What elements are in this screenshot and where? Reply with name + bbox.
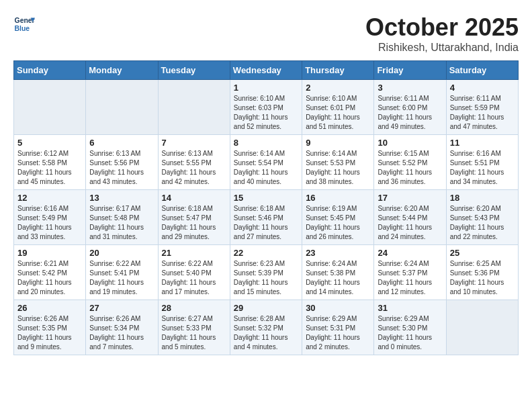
logo: General Blue bbox=[13, 13, 35, 35]
day-number: 9 bbox=[306, 138, 370, 148]
day-info: Sunrise: 6:13 AM Sunset: 5:55 PM Dayligh… bbox=[162, 149, 226, 187]
calendar-cell: 21Sunrise: 6:22 AM Sunset: 5:40 PM Dayli… bbox=[158, 245, 230, 300]
day-number: 25 bbox=[450, 248, 515, 258]
weekday-header-thursday: Thursday bbox=[302, 61, 374, 80]
day-info: Sunrise: 6:29 AM Sunset: 5:31 PM Dayligh… bbox=[306, 314, 370, 352]
day-info: Sunrise: 6:21 AM Sunset: 5:42 PM Dayligh… bbox=[17, 259, 82, 297]
day-info: Sunrise: 6:26 AM Sunset: 5:34 PM Dayligh… bbox=[89, 314, 154, 352]
calendar-cell: 3Sunrise: 6:11 AM Sunset: 6:00 PM Daylig… bbox=[374, 80, 446, 135]
calendar-week-2: 5Sunrise: 6:12 AM Sunset: 5:58 PM Daylig… bbox=[14, 135, 519, 190]
calendar-cell: 9Sunrise: 6:14 AM Sunset: 5:53 PM Daylig… bbox=[302, 135, 374, 190]
day-number: 28 bbox=[162, 303, 226, 313]
calendar-cell: 4Sunrise: 6:11 AM Sunset: 5:59 PM Daylig… bbox=[446, 80, 518, 135]
day-info: Sunrise: 6:14 AM Sunset: 5:53 PM Dayligh… bbox=[306, 149, 370, 187]
calendar-cell: 14Sunrise: 6:18 AM Sunset: 5:47 PM Dayli… bbox=[158, 190, 230, 245]
weekday-header-monday: Monday bbox=[86, 61, 158, 80]
calendar-cell: 30Sunrise: 6:29 AM Sunset: 5:31 PM Dayli… bbox=[302, 300, 374, 355]
calendar-cell: 27Sunrise: 6:26 AM Sunset: 5:34 PM Dayli… bbox=[86, 300, 158, 355]
day-info: Sunrise: 6:14 AM Sunset: 5:54 PM Dayligh… bbox=[234, 149, 298, 187]
calendar-cell: 22Sunrise: 6:23 AM Sunset: 5:39 PM Dayli… bbox=[230, 245, 302, 300]
day-number: 6 bbox=[89, 138, 154, 148]
day-info: Sunrise: 6:24 AM Sunset: 5:37 PM Dayligh… bbox=[378, 259, 442, 297]
day-number: 24 bbox=[378, 248, 442, 258]
day-info: Sunrise: 6:27 AM Sunset: 5:33 PM Dayligh… bbox=[162, 314, 226, 352]
day-info: Sunrise: 6:18 AM Sunset: 5:46 PM Dayligh… bbox=[234, 204, 298, 242]
day-info: Sunrise: 6:19 AM Sunset: 5:45 PM Dayligh… bbox=[306, 204, 370, 242]
weekday-header-wednesday: Wednesday bbox=[230, 61, 302, 80]
day-number: 30 bbox=[306, 303, 370, 313]
day-number: 27 bbox=[89, 303, 154, 313]
day-number: 10 bbox=[378, 138, 442, 148]
calendar-cell bbox=[14, 80, 86, 135]
day-number: 8 bbox=[234, 138, 298, 148]
day-number: 26 bbox=[17, 303, 82, 313]
day-info: Sunrise: 6:20 AM Sunset: 5:43 PM Dayligh… bbox=[450, 204, 515, 242]
day-number: 31 bbox=[378, 303, 442, 313]
weekday-header-tuesday: Tuesday bbox=[158, 61, 230, 80]
day-info: Sunrise: 6:22 AM Sunset: 5:40 PM Dayligh… bbox=[162, 259, 226, 297]
calendar-cell: 28Sunrise: 6:27 AM Sunset: 5:33 PM Dayli… bbox=[158, 300, 230, 355]
calendar-cell: 29Sunrise: 6:28 AM Sunset: 5:32 PM Dayli… bbox=[230, 300, 302, 355]
calendar-week-4: 19Sunrise: 6:21 AM Sunset: 5:42 PM Dayli… bbox=[14, 245, 519, 300]
day-number: 11 bbox=[450, 138, 515, 148]
calendar-cell: 1Sunrise: 6:10 AM Sunset: 6:03 PM Daylig… bbox=[230, 80, 302, 135]
calendar-cell: 8Sunrise: 6:14 AM Sunset: 5:54 PM Daylig… bbox=[230, 135, 302, 190]
day-info: Sunrise: 6:20 AM Sunset: 5:44 PM Dayligh… bbox=[378, 204, 442, 242]
day-number: 18 bbox=[450, 193, 515, 203]
day-info: Sunrise: 6:28 AM Sunset: 5:32 PM Dayligh… bbox=[234, 314, 298, 352]
day-info: Sunrise: 6:18 AM Sunset: 5:47 PM Dayligh… bbox=[162, 204, 226, 242]
calendar-week-1: 1Sunrise: 6:10 AM Sunset: 6:03 PM Daylig… bbox=[14, 80, 519, 135]
day-number: 2 bbox=[306, 83, 370, 93]
weekday-header-saturday: Saturday bbox=[446, 61, 518, 80]
title-block: October 2025 Rishikesh, Uttarakhand, Ind… bbox=[365, 13, 519, 54]
calendar-cell: 20Sunrise: 6:22 AM Sunset: 5:41 PM Dayli… bbox=[86, 245, 158, 300]
calendar-cell: 2Sunrise: 6:10 AM Sunset: 6:01 PM Daylig… bbox=[302, 80, 374, 135]
calendar-cell bbox=[86, 80, 158, 135]
calendar-cell: 25Sunrise: 6:25 AM Sunset: 5:36 PM Dayli… bbox=[446, 245, 518, 300]
svg-text:Blue: Blue bbox=[15, 25, 30, 32]
calendar-table: SundayMondayTuesdayWednesdayThursdayFrid… bbox=[13, 60, 519, 355]
day-info: Sunrise: 6:24 AM Sunset: 5:38 PM Dayligh… bbox=[306, 259, 370, 297]
day-info: Sunrise: 6:11 AM Sunset: 5:59 PM Dayligh… bbox=[450, 94, 515, 132]
calendar-cell: 19Sunrise: 6:21 AM Sunset: 5:42 PM Dayli… bbox=[14, 245, 86, 300]
day-info: Sunrise: 6:26 AM Sunset: 5:35 PM Dayligh… bbox=[17, 314, 82, 352]
page-header: General Blue October 2025 Rishikesh, Utt… bbox=[13, 13, 519, 54]
day-info: Sunrise: 6:23 AM Sunset: 5:39 PM Dayligh… bbox=[234, 259, 298, 297]
calendar-cell: 12Sunrise: 6:16 AM Sunset: 5:49 PM Dayli… bbox=[14, 190, 86, 245]
day-number: 17 bbox=[378, 193, 442, 203]
calendar-cell: 26Sunrise: 6:26 AM Sunset: 5:35 PM Dayli… bbox=[14, 300, 86, 355]
day-number: 3 bbox=[378, 83, 442, 93]
day-number: 13 bbox=[89, 193, 154, 203]
calendar-cell: 31Sunrise: 6:29 AM Sunset: 5:30 PM Dayli… bbox=[374, 300, 446, 355]
day-number: 15 bbox=[234, 193, 298, 203]
day-info: Sunrise: 6:22 AM Sunset: 5:41 PM Dayligh… bbox=[89, 259, 154, 297]
day-info: Sunrise: 6:17 AM Sunset: 5:48 PM Dayligh… bbox=[89, 204, 154, 242]
day-number: 5 bbox=[17, 138, 82, 148]
calendar-cell: 16Sunrise: 6:19 AM Sunset: 5:45 PM Dayli… bbox=[302, 190, 374, 245]
calendar-cell: 24Sunrise: 6:24 AM Sunset: 5:37 PM Dayli… bbox=[374, 245, 446, 300]
day-number: 20 bbox=[89, 248, 154, 258]
calendar-week-5: 26Sunrise: 6:26 AM Sunset: 5:35 PM Dayli… bbox=[14, 300, 519, 355]
day-number: 16 bbox=[306, 193, 370, 203]
day-info: Sunrise: 6:12 AM Sunset: 5:58 PM Dayligh… bbox=[17, 149, 82, 187]
day-number: 29 bbox=[234, 303, 298, 313]
weekday-header-sunday: Sunday bbox=[14, 61, 86, 80]
day-info: Sunrise: 6:16 AM Sunset: 5:49 PM Dayligh… bbox=[17, 204, 82, 242]
day-number: 7 bbox=[162, 138, 226, 148]
day-number: 1 bbox=[234, 83, 298, 93]
weekday-header-row: SundayMondayTuesdayWednesdayThursdayFrid… bbox=[14, 61, 519, 80]
calendar-week-3: 12Sunrise: 6:16 AM Sunset: 5:49 PM Dayli… bbox=[14, 190, 519, 245]
calendar-cell: 18Sunrise: 6:20 AM Sunset: 5:43 PM Dayli… bbox=[446, 190, 518, 245]
day-number: 19 bbox=[17, 248, 82, 258]
day-info: Sunrise: 6:10 AM Sunset: 6:01 PM Dayligh… bbox=[306, 94, 370, 132]
day-number: 23 bbox=[306, 248, 370, 258]
day-info: Sunrise: 6:25 AM Sunset: 5:36 PM Dayligh… bbox=[450, 259, 515, 297]
day-number: 12 bbox=[17, 193, 82, 203]
day-info: Sunrise: 6:13 AM Sunset: 5:56 PM Dayligh… bbox=[89, 149, 154, 187]
month-title: October 2025 bbox=[365, 13, 519, 42]
day-number: 22 bbox=[234, 248, 298, 258]
day-number: 4 bbox=[450, 83, 515, 93]
day-info: Sunrise: 6:16 AM Sunset: 5:51 PM Dayligh… bbox=[450, 149, 515, 187]
day-info: Sunrise: 6:29 AM Sunset: 5:30 PM Dayligh… bbox=[378, 314, 442, 352]
day-info: Sunrise: 6:11 AM Sunset: 6:00 PM Dayligh… bbox=[378, 94, 442, 132]
